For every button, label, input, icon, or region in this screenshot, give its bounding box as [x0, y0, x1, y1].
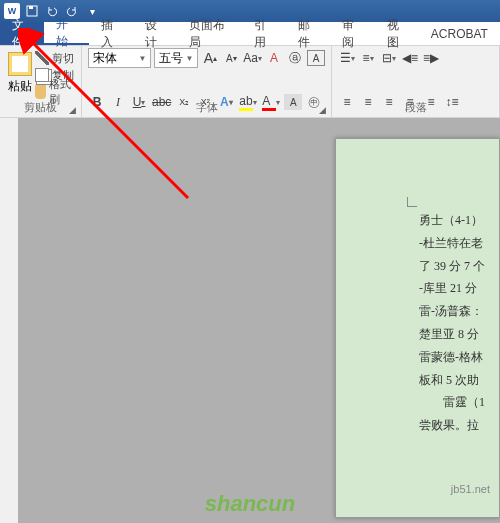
shrink-font-button[interactable]: A▾	[222, 48, 240, 68]
text-line: 雷霆（1	[419, 391, 499, 414]
brush-icon	[35, 85, 46, 99]
numbering-button[interactable]: ≡▾	[359, 48, 377, 68]
group-paragraph: ☰▾ ≡▾ ⊟▾ ◀≡ ≡▶ ≡ ≡ ≡ ≡ ≡ ↕≡ 段落	[332, 46, 500, 117]
text-line: 雷-汤普森：	[419, 300, 499, 323]
paste-button[interactable]: 粘贴	[6, 48, 33, 98]
tab-acrobat[interactable]: ACROBAT	[419, 22, 500, 45]
multilevel-button[interactable]: ⊟▾	[380, 48, 398, 68]
ribbon: 粘贴 剪切 复制 格式刷 剪贴板 ◢ 宋体▼ 五号▼ A▴ A▾ Aa▾ A ⓐ…	[0, 46, 500, 118]
char-border-button[interactable]: A	[307, 50, 325, 66]
decrease-indent-button[interactable]: ◀≡	[401, 48, 419, 68]
tab-home[interactable]: 开始	[44, 22, 88, 45]
format-painter-button[interactable]: 格式刷	[35, 84, 75, 100]
paragraph-group-label: 段落	[332, 100, 499, 115]
grow-font-button[interactable]: A▴	[201, 48, 219, 68]
group-font: 宋体▼ 五号▼ A▴ A▾ Aa▾ A ⓐ A B I U▾ abc X₂ X²…	[82, 46, 332, 117]
text-line: 板和 5 次助	[419, 369, 499, 392]
tab-view[interactable]: 视图	[375, 22, 419, 45]
tab-file[interactable]: 文件	[0, 22, 44, 45]
ribbon-tabs: 文件 开始 插入 设计 页面布局 引用 邮件 审阅 视图 ACROBAT	[0, 22, 500, 46]
tab-layout[interactable]: 页面布局	[177, 22, 242, 45]
chevron-down-icon: ▼	[139, 54, 147, 63]
text-line: -库里 21 分	[419, 277, 499, 300]
margin-marker	[407, 197, 417, 207]
cut-button[interactable]: 剪切	[35, 50, 75, 66]
tab-design[interactable]: 设计	[133, 22, 177, 45]
tab-references[interactable]: 引用	[242, 22, 286, 45]
watermark-main: shancun	[205, 491, 295, 517]
group-clipboard: 粘贴 剪切 复制 格式刷 剪贴板 ◢	[0, 46, 82, 117]
svg-rect-1	[29, 6, 33, 9]
increase-indent-button[interactable]: ≡▶	[422, 48, 440, 68]
paste-label: 粘贴	[8, 78, 32, 95]
watermark-url: jb51.net	[451, 483, 490, 495]
text-line: 了 39 分 7 个	[419, 255, 499, 278]
font-name-selector[interactable]: 宋体▼	[88, 48, 151, 68]
text-line: 雷蒙德-格林	[419, 346, 499, 369]
text-line: -杜兰特在老	[419, 232, 499, 255]
phonetic-button[interactable]: ⓐ	[286, 48, 304, 68]
tab-insert[interactable]: 插入	[89, 22, 133, 45]
clear-format-button[interactable]: A	[265, 48, 283, 68]
tab-review[interactable]: 审阅	[330, 22, 374, 45]
copy-icon	[35, 68, 49, 82]
font-size-selector[interactable]: 五号▼	[154, 48, 198, 68]
tab-mail[interactable]: 邮件	[286, 22, 330, 45]
document-text[interactable]: 勇士（4-1） -杜兰特在老 了 39 分 7 个 -库里 21 分 雷-汤普森…	[419, 209, 499, 497]
font-launcher-icon[interactable]: ◢	[319, 105, 329, 115]
document-area: 勇士（4-1） -杜兰特在老 了 39 分 7 个 -库里 21 分 雷-汤普森…	[0, 118, 500, 523]
cut-icon	[35, 51, 49, 65]
clipboard-launcher-icon[interactable]: ◢	[69, 105, 79, 115]
qat-customize-icon[interactable]: ▾	[84, 3, 100, 19]
font-group-label: 字体	[82, 100, 331, 115]
bullets-button[interactable]: ☰▾	[338, 48, 356, 68]
vertical-ruler[interactable]	[0, 118, 18, 523]
change-case-button[interactable]: Aa▾	[243, 48, 262, 68]
text-line: 尝败果。拉	[419, 414, 499, 437]
text-line: 楚里亚 8 分	[419, 323, 499, 346]
text-line: 勇士（4-1）	[419, 209, 499, 232]
chevron-down-icon: ▼	[185, 54, 193, 63]
document-page[interactable]: 勇士（4-1） -杜兰特在老 了 39 分 7 个 -库里 21 分 雷-汤普森…	[335, 138, 500, 518]
paste-icon	[8, 52, 32, 76]
